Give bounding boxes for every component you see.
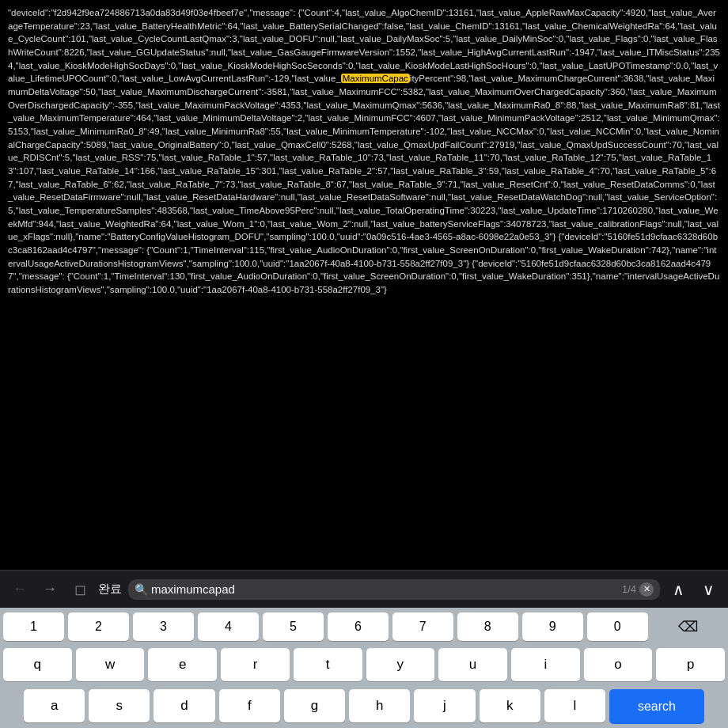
key-k[interactable]: k bbox=[480, 689, 540, 722]
find-clear-button[interactable]: ✕ bbox=[639, 582, 654, 597]
content-text-before: "deviceId":"f2d942f9ea724886713a0da83d49… bbox=[8, 8, 720, 83]
key-9[interactable]: 9 bbox=[522, 612, 583, 641]
highlight-text: MaximumCapac bbox=[341, 74, 410, 83]
key-8[interactable]: 8 bbox=[457, 612, 518, 641]
key-r[interactable]: r bbox=[221, 648, 290, 681]
key-e[interactable]: e bbox=[148, 648, 217, 681]
keyboard-row-a: a s d f g h j k l search bbox=[0, 685, 728, 728]
share-button[interactable]: ◻ bbox=[68, 578, 92, 601]
key-o[interactable]: o bbox=[584, 648, 653, 681]
keyboard: 1 2 3 4 5 6 7 8 9 0 ⌫ q w e r t y u i o … bbox=[0, 608, 728, 728]
key-t[interactable]: t bbox=[294, 648, 362, 681]
key-d[interactable]: d bbox=[154, 689, 214, 722]
key-w[interactable]: w bbox=[76, 648, 145, 681]
content-area: "deviceId":"f2d942f9ea724886713a0da83d49… bbox=[0, 0, 728, 570]
key-5[interactable]: 5 bbox=[263, 612, 324, 641]
key-4[interactable]: 4 bbox=[198, 612, 259, 641]
find-next-button[interactable]: ∨ bbox=[696, 578, 720, 601]
key-0[interactable]: 0 bbox=[587, 612, 648, 641]
key-u[interactable]: u bbox=[438, 648, 507, 681]
search-key[interactable]: search bbox=[609, 689, 704, 724]
key-6[interactable]: 6 bbox=[328, 612, 389, 641]
key-h[interactable]: h bbox=[349, 689, 410, 722]
key-l[interactable]: l bbox=[544, 689, 605, 722]
key-2[interactable]: 2 bbox=[68, 612, 129, 641]
key-p[interactable]: p bbox=[656, 648, 725, 681]
find-count: 1/4 bbox=[622, 583, 636, 595]
key-1[interactable]: 1 bbox=[3, 612, 64, 641]
find-input[interactable] bbox=[151, 582, 619, 596]
key-7[interactable]: 7 bbox=[392, 612, 453, 641]
find-toolbar: ← → ◻ 완료 🔍 1/4 ✕ ∧ ∨ bbox=[0, 570, 728, 608]
forward-button[interactable]: → bbox=[38, 578, 62, 601]
key-q[interactable]: q bbox=[3, 648, 72, 681]
key-a[interactable]: a bbox=[24, 689, 85, 722]
key-f[interactable]: f bbox=[219, 689, 280, 722]
key-backspace[interactable]: ⌫ bbox=[652, 612, 725, 641]
complete-button[interactable]: 완료 bbox=[98, 582, 122, 597]
key-y[interactable]: y bbox=[366, 648, 435, 681]
key-i[interactable]: i bbox=[511, 648, 580, 681]
key-s[interactable]: s bbox=[89, 689, 150, 722]
find-input-container: 🔍 1/4 ✕ bbox=[128, 579, 660, 600]
key-j[interactable]: j bbox=[414, 689, 475, 722]
key-3[interactable]: 3 bbox=[133, 612, 194, 641]
key-g[interactable]: g bbox=[284, 689, 345, 722]
find-prev-button[interactable]: ∧ bbox=[666, 578, 690, 601]
keyboard-number-row: 1 2 3 4 5 6 7 8 9 0 ⌫ bbox=[0, 608, 728, 644]
search-icon: 🔍 bbox=[135, 583, 148, 596]
keyboard-row-q: q w e r t y u i o p bbox=[0, 644, 728, 685]
content-text-after: ityPercent":98,"last_value_MaximumCharge… bbox=[8, 74, 720, 294]
back-button[interactable]: ← bbox=[8, 578, 32, 601]
